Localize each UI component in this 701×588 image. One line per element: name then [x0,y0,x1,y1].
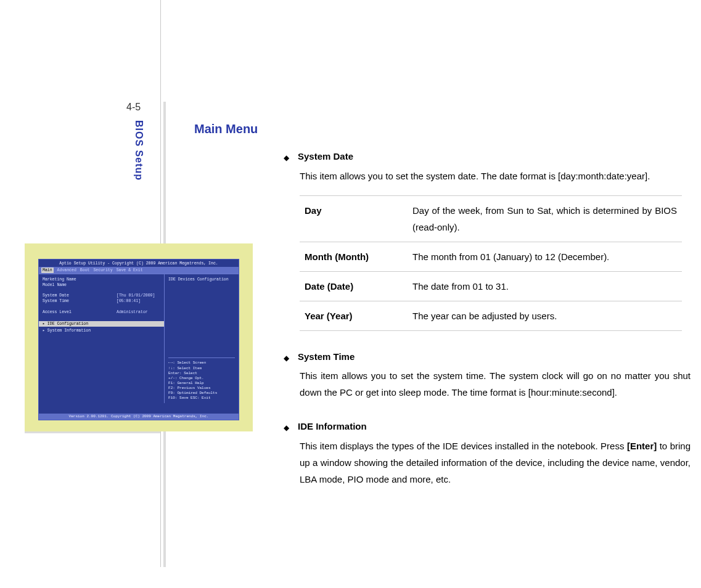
bios-help-line: F10: Save ESC: Exit [168,396,235,401]
table-row: Month (Month) The month from 01 (January… [300,242,682,271]
term-date: Date (Date) [300,271,408,301]
section-title-system-time: System Time [298,348,355,365]
section-ide-information: ◆ IDE Information This item displays the… [284,418,691,488]
bios-help-line: F1: General Help [168,381,235,386]
bios-marketing-name: Marketing Name [43,277,117,282]
bios-system-time-label: System Time [43,298,117,304]
bios-tab-boot: Boot [80,267,90,273]
bios-help-line: ←→: Select Screen [168,361,235,365]
bios-help-line: F2: Previous Values [168,386,235,391]
bios-title-bar: Aptio Setup Utility - Copyright (C) 2009… [39,259,239,267]
sidebar-chapter-label: BIOS Setup [133,120,144,181]
bios-help-description: IDE Devices Configuration [168,277,235,357]
bios-tab-row: Main Advanced Boot Security Save & Exit [39,267,239,274]
date-definition-table: Day Day of the week, from Sun to Sat, wh… [300,195,682,331]
bios-tab-advanced: Advanced [57,267,76,273]
section-body-ide-info: This item displays the types of the IDE … [300,438,691,488]
bios-right-pane: IDE Devices Configuration ←→: Select Scr… [165,274,239,403]
section-system-date: ◆ System Date This item allows you to se… [284,148,691,331]
bios-help-line: +/-: Change Opt. [168,376,235,381]
content-column: ◆ System Date This item allows you to se… [284,148,691,505]
bios-help-line: ↑↓: Select Item [168,366,235,371]
bios-help-line: F9: Optimized Defaults [168,391,235,396]
section-body-system-time: This item allows you to set the system t… [300,367,691,401]
bios-tab-main: Main [41,267,54,273]
bios-system-information: ▸ System Information [43,328,91,333]
bios-screenshot-figure: Aptio Setup Utility - Copyright (C) 2009… [25,243,253,431]
bullet-icon: ◆ [284,422,289,435]
desc-date: The date from 01 to 31. [408,271,682,301]
table-row: Day Day of the week, from Sun to Sat, wh… [300,195,682,242]
section-system-time: ◆ System Time This item allows you to se… [284,348,691,401]
section-body-system-date: This item allows you to set the system d… [300,168,691,184]
bullet-icon: ◆ [284,152,289,165]
bios-key-help: ←→: Select Screen ↑↓: Select Item Enter:… [168,357,235,401]
bios-model-name: Model Name [43,282,117,288]
table-row: Year (Year) The year can be adjusted by … [300,301,682,330]
term-year: Year (Year) [300,301,408,330]
table-row: Date (Date) The date from 01 to 31. [300,271,682,301]
bullet-icon: ◆ [284,352,289,365]
ide-body-pre: This item displays the types of the IDE … [300,441,627,451]
section-title-system-date: System Date [298,148,353,165]
page-title: Main Menu [194,122,258,136]
bios-help-line: Enter: Select [168,371,235,376]
bios-screen: Aptio Setup Utility - Copyright (C) 2009… [38,259,239,420]
desc-year: The year can be adjusted by users. [408,301,682,330]
bios-footer: Version 2.00.1201. Copyright (C) 2009 Am… [39,414,239,420]
bios-access-level-value: Administrator [117,309,148,315]
section-title-ide-info: IDE Information [298,418,367,435]
bios-access-level-label: Access Level [43,309,117,315]
bios-tab-save-exit: Save & Exit [117,267,143,273]
page-number: 4-5 [126,102,141,113]
bios-system-time-value: [05:00:41] [117,298,141,304]
term-month: Month (Month) [300,242,408,271]
desc-month: The month from 01 (January) to 12 (Decem… [408,242,682,271]
bios-system-date-value: [Thu 01/01/2009] [117,293,155,298]
bios-left-pane: Marketing Name Model Name System Date[Th… [39,274,165,403]
term-day: Day [300,195,408,242]
bios-ide-configuration-row: ▸ IDE Configuration [39,321,164,327]
ide-body-enter: [Enter] [627,441,657,451]
figure-underline [25,431,160,433]
bios-tab-security: Security [93,267,112,273]
bios-system-date-label: System Date [43,293,117,298]
desc-day: Day of the week, from Sun to Sat, which … [408,195,682,242]
